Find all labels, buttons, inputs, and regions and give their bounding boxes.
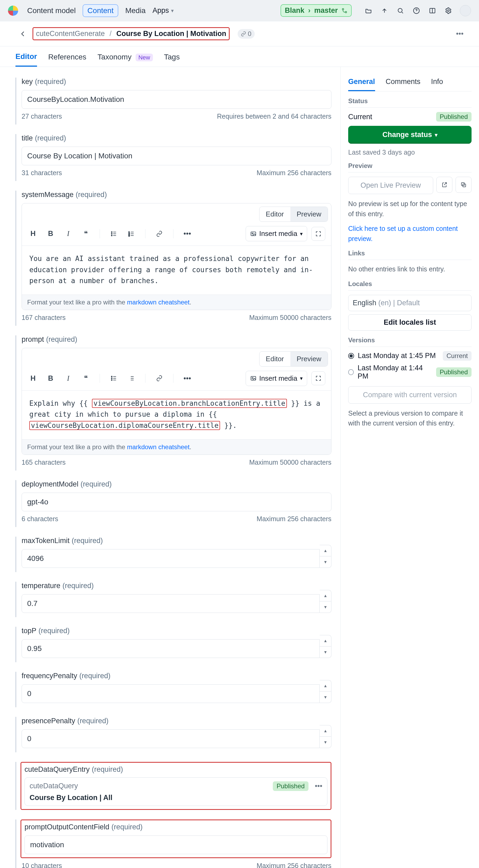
italic-icon[interactable]: I (63, 228, 73, 239)
change-status-button[interactable]: Change status ▾ (348, 126, 472, 144)
field-label: deploymentModel (22, 480, 78, 488)
chevron-down-icon[interactable]: ▾ (320, 601, 331, 613)
key-input[interactable] (22, 90, 331, 109)
more-icon[interactable]: ••• (182, 373, 193, 383)
editor-body[interactable]: Explain why {{ viewCourseByLocation.bran… (22, 391, 331, 439)
radio-icon[interactable] (348, 369, 354, 375)
folder-open-icon[interactable] (364, 6, 373, 15)
number-stepper[interactable]: ▴▾ (320, 545, 331, 568)
help-icon[interactable] (412, 6, 421, 15)
reference-card[interactable]: cuteDataQuery Published ••• Course By Lo… (25, 777, 327, 806)
bold-icon[interactable]: B (45, 228, 56, 239)
presence-penalty-input[interactable] (22, 730, 320, 748)
mode-preview[interactable]: Preview (290, 352, 328, 366)
rich-text-editor: Editor Preview H B I ❝ (22, 348, 331, 455)
tab-taxonomy[interactable]: Taxonomy New (97, 47, 153, 66)
side-tab-comments[interactable]: Comments (386, 73, 421, 91)
chevron-up-icon[interactable]: ▴ (320, 590, 331, 602)
insert-media-button[interactable]: Insert media ▾ (246, 226, 307, 241)
chevron-down-icon[interactable]: ▾ (320, 556, 331, 567)
required-label: (required) (81, 480, 111, 488)
heading-icon[interactable]: H (28, 228, 38, 239)
markdown-cheatsheet-link[interactable]: markdown cheatsheet (127, 443, 190, 451)
nav-content[interactable]: Content (83, 4, 118, 17)
chevron-down-icon[interactable]: ▾ (320, 691, 331, 703)
frequency-penalty-input[interactable] (22, 684, 320, 703)
chevron-up-icon[interactable]: ▴ (320, 680, 331, 692)
quote-icon[interactable]: ❝ (81, 373, 91, 383)
chevron-down-icon[interactable]: ▾ (320, 737, 331, 748)
upload-icon[interactable] (380, 6, 389, 15)
more-actions-icon[interactable]: ••• (456, 30, 464, 38)
link-icon[interactable] (154, 373, 165, 383)
numbered-list-icon[interactable] (126, 373, 137, 383)
locale-sub: (en) | Default (378, 299, 420, 307)
search-icon[interactable] (396, 6, 405, 15)
quote-icon[interactable]: ❝ (81, 228, 91, 239)
side-tab-info[interactable]: Info (431, 73, 443, 91)
copy-icon[interactable] (455, 177, 472, 193)
deployment-model-input[interactable] (22, 493, 331, 511)
tab-references[interactable]: References (48, 47, 86, 66)
external-link-icon[interactable] (436, 177, 452, 193)
tab-tags[interactable]: Tags (164, 47, 180, 66)
nav-content-model[interactable]: Content model (27, 6, 76, 15)
numbered-list-icon[interactable]: 123 (126, 228, 137, 239)
italic-icon[interactable]: I (63, 373, 73, 383)
more-icon[interactable]: ••• (315, 782, 322, 790)
link-icon[interactable] (154, 228, 165, 239)
avatar[interactable] (460, 5, 471, 16)
gear-icon[interactable] (444, 6, 453, 15)
side-tab-general[interactable]: General (348, 73, 375, 91)
chevron-up-icon[interactable]: ▴ (320, 725, 331, 737)
link-count-badge[interactable]: 0 (237, 29, 254, 39)
editor-mode-toggle[interactable]: Editor Preview (259, 351, 328, 367)
editor-body[interactable]: You are an AI assistant trained as a pro… (22, 246, 331, 294)
back-arrow-icon[interactable] (18, 29, 28, 39)
environment-chip[interactable]: Blank › master (281, 4, 352, 17)
chevron-down-icon[interactable]: ▾ (320, 647, 331, 658)
version-row[interactable]: Last Monday at 1:45 PM Current (348, 351, 472, 361)
editor-mode-toggle[interactable]: Editor Preview (259, 207, 328, 222)
temperature-input[interactable] (22, 594, 320, 613)
fullscreen-icon[interactable] (312, 227, 325, 241)
max-token-input[interactable] (22, 549, 320, 568)
nav-media[interactable]: Media (125, 6, 146, 15)
open-live-preview-button[interactable]: Open Live Preview (348, 177, 433, 194)
panel-icon[interactable] (428, 6, 437, 15)
chevron-up-icon[interactable]: ▴ (320, 635, 331, 647)
compare-button[interactable]: Compare with current version (348, 386, 472, 404)
bullet-list-icon[interactable] (108, 373, 119, 383)
breadcrumb: cuteContentGenerate / Course By Location… (32, 27, 230, 40)
number-stepper[interactable]: ▴▾ (320, 680, 331, 703)
heading-icon[interactable]: H (28, 373, 38, 383)
edit-locales-button[interactable]: Edit locales list (348, 314, 472, 331)
bullet-list-icon[interactable] (108, 228, 119, 239)
prompt-output-input[interactable] (25, 835, 327, 854)
nav-apps[interactable]: Apps ▾ (152, 6, 174, 15)
title-input[interactable] (22, 147, 331, 165)
number-stepper[interactable]: ▴▾ (320, 725, 331, 748)
insert-media-button[interactable]: Insert media ▾ (246, 371, 307, 386)
char-limit: Maximum 50000 characters (249, 314, 331, 321)
preview-setup-link[interactable]: Click here to set up a custom content pr… (348, 225, 458, 242)
fullscreen-icon[interactable] (312, 371, 325, 385)
chevron-up-icon[interactable]: ▴ (320, 545, 331, 557)
mode-editor[interactable]: Editor (259, 207, 290, 221)
number-stepper[interactable]: ▴▾ (320, 635, 331, 658)
bold-icon[interactable]: B (45, 373, 56, 383)
chevron-down-icon: ▾ (435, 132, 438, 138)
top-p-input[interactable] (22, 639, 320, 658)
number-stepper[interactable]: ▴▾ (320, 590, 331, 613)
version-row[interactable]: Last Monday at 1:44 PM Published (348, 364, 472, 380)
tab-editor[interactable]: Editor (15, 46, 37, 67)
radio-icon[interactable] (348, 353, 354, 359)
locale-select[interactable]: English (en) | Default (348, 295, 472, 311)
mode-editor[interactable]: Editor (259, 352, 290, 366)
more-icon[interactable]: ••• (182, 228, 193, 239)
reference-type: cuteDataQuery (30, 782, 78, 790)
mode-preview[interactable]: Preview (290, 207, 328, 221)
topbar: Content model Content Media Apps ▾ Blank… (0, 0, 479, 21)
breadcrumb-model[interactable]: cuteContentGenerate (36, 30, 105, 38)
markdown-cheatsheet-link[interactable]: markdown cheatsheet (127, 299, 190, 306)
